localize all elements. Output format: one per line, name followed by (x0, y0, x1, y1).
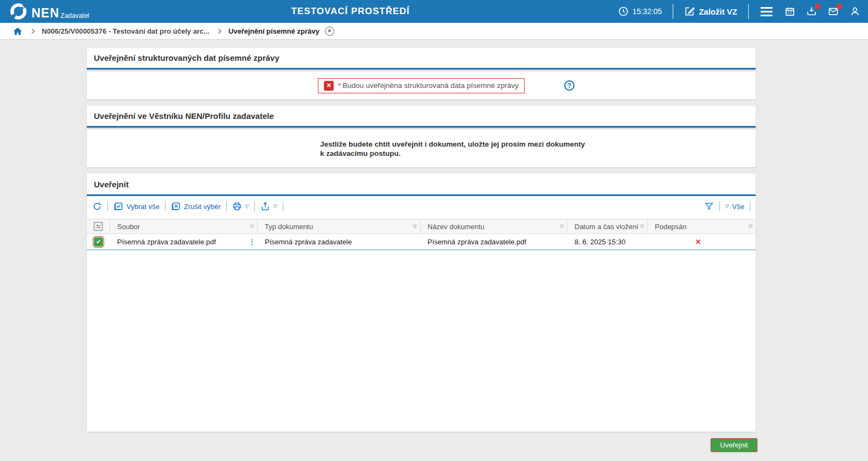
clear-selection-button[interactable]: Zrušit výběr (171, 201, 221, 211)
menu-button[interactable] (760, 6, 774, 17)
column-settings-cell[interactable] (87, 219, 110, 233)
chevron-right-icon (216, 28, 222, 34)
downloads-button[interactable] (806, 6, 817, 17)
row-checkbox-checked[interactable]: ✔ (94, 237, 103, 247)
structured-data-checkbox-group[interactable]: ✕ *Budou uveřejněna strukturovaná data p… (318, 78, 524, 93)
column-filter-icon[interactable]: ▽ (250, 224, 254, 229)
checkbox-check-icon (113, 201, 123, 211)
toolbar-divider (750, 201, 750, 211)
table-header-row: Soubor ▽ Typ dokumentu ▽ Název dokumentu… (87, 219, 756, 234)
file-name[interactable]: Písemná zpráva zadavatele.pdf (117, 238, 216, 246)
publish-button[interactable]: Uveřejnit (711, 438, 757, 452)
filter-funnel-icon[interactable] (704, 201, 714, 211)
document-type: Písemná zpráva zadavatele (265, 238, 352, 246)
breadcrumb: N006/25/V00005376 - Testování dat pro úč… (0, 23, 868, 40)
section-structured-data-header: Uveřejnění strukturovaných dat písemné z… (87, 48, 756, 70)
column-label: Název dokumentu (427, 223, 484, 231)
not-signed-cross-icon: ✕ (648, 238, 749, 246)
nen-swirl-icon (9, 2, 28, 21)
dropdown-arrow-icon[interactable]: ▽ (273, 204, 277, 209)
calendar-icon[interactable] (784, 6, 795, 17)
dropdown-arrow-icon[interactable]: ▽ (245, 204, 249, 209)
toolbar-divider (254, 201, 255, 211)
row-cell-podepsan: ✕ (648, 234, 756, 249)
vestnik-note: Jestliže budete chtít uveřejnit i dokume… (320, 140, 585, 158)
edit-icon (684, 6, 695, 17)
notification-badge (837, 4, 842, 9)
create-vz-label: Založit VZ (699, 7, 737, 16)
clear-selection-label: Zrušit výběr (184, 203, 221, 211)
brand-name: NEN (31, 5, 60, 21)
toolbar-divider (165, 201, 165, 211)
toolbar-divider (283, 201, 283, 211)
section-structured-data-body: ✕ *Budou uveřejněna strukturovaná data p… (87, 72, 756, 99)
section-vestnik-body: Jestliže budete chtít uveřejnit i dokume… (87, 130, 756, 167)
row-cell-typ: Písemná zpráva zadavatele (258, 234, 420, 249)
vestnik-note-line2: k zadávacímu postupu. (320, 149, 585, 158)
column-filter-icon[interactable]: ▽ (640, 224, 644, 229)
column-header-typ-dokumentu[interactable]: Typ dokumentu ▽ (258, 219, 420, 233)
chevron-right-icon (30, 28, 35, 34)
environment-title: TESTOVACÍ PROSTŘEDÍ (242, 0, 459, 23)
documents-table: Soubor ▽ Typ dokumentu ▽ Název dokumentu… (87, 219, 756, 250)
clock-time: 15:32:05 (633, 7, 662, 16)
export-icon (260, 201, 270, 211)
column-label: Datum a čas vložení (575, 223, 639, 231)
header-actions: 15:32:05 Založit VZ (618, 0, 860, 23)
toolbar-right: ▽ Vše (704, 201, 750, 211)
filter-scope-dropdown[interactable]: ▽ Vše (725, 203, 744, 211)
print-button[interactable]: ▽ (232, 201, 249, 211)
nen-logo[interactable]: NEN Zadavatel (9, 2, 89, 21)
table-row[interactable]: ✔ Písemná zpráva zadavatele.pdf ⋮ Písemn… (87, 234, 756, 250)
column-filter-icon[interactable]: ▽ (749, 224, 752, 229)
column-header-soubor[interactable]: Soubor ▽ (110, 219, 258, 233)
section-publish-body: Vybrat vše Zrušit výběr ▽ (87, 196, 756, 432)
breadcrumb-item-procedure[interactable]: N006/25/V00005376 - Testování dat pro úč… (42, 27, 209, 35)
row-menu-dots-icon[interactable]: ⋮ (248, 238, 256, 246)
row-cell-datum: 8. 6. 2025 15:30 (567, 234, 648, 249)
session-clock: 15:32:05 (618, 6, 662, 17)
column-header-datum[interactable]: Datum a čas vložení ▽ (567, 219, 648, 233)
column-label: Podepsán (655, 223, 687, 231)
toolbar-divider (719, 201, 720, 211)
vestnik-note-line1: Jestliže budete chtít uveřejnit i dokume… (320, 140, 585, 149)
column-filter-icon[interactable]: ▽ (413, 224, 417, 229)
refresh-icon[interactable] (92, 201, 102, 211)
header-divider (673, 4, 673, 19)
section-title: Uveřejnění strukturovaných dat písemné z… (87, 48, 756, 68)
column-header-podepsan[interactable]: Podepsán ▽ (648, 219, 756, 233)
home-icon[interactable] (12, 26, 23, 36)
filter-scope-label: Vše (732, 203, 744, 211)
toolbar-divider (226, 201, 227, 211)
section-title: Uveřejnit (87, 174, 756, 194)
checkbox-label-text: Budou uveřejněna strukturovaná data píse… (343, 81, 519, 90)
select-all-button[interactable]: Vybrat vše (113, 201, 159, 211)
brand-sub: Zadavatel (61, 12, 90, 20)
row-checkbox-cell: ✔ (87, 234, 110, 249)
column-settings-icon (92, 221, 104, 232)
header-divider (748, 4, 749, 19)
toolbar-divider (107, 201, 108, 211)
export-button[interactable]: ▽ (260, 201, 277, 211)
toolbar-left: Vybrat vše Zrušit výběr ▽ (92, 201, 283, 211)
create-vz-button[interactable]: Založit VZ (684, 6, 737, 17)
section-publish-header: Uveřejnit (87, 174, 756, 196)
dropdown-arrow-icon: ▽ (725, 204, 729, 209)
checkbox-x-icon (171, 201, 181, 211)
checkbox-unchecked-error-icon[interactable]: ✕ (324, 81, 334, 91)
column-header-nazev-dokumentu[interactable]: Název dokumentu ▽ (420, 219, 567, 233)
close-breadcrumb-icon[interactable]: ✕ (325, 27, 334, 36)
row-cell-soubor: Písemná zpráva zadavatele.pdf ⋮ (110, 234, 258, 249)
user-profile-icon[interactable] (850, 6, 860, 17)
document-name: Písemná zpráva zadavatele.pdf (427, 238, 526, 246)
help-icon[interactable]: ? (564, 80, 575, 91)
required-asterisk: * (338, 81, 341, 90)
row-cell-nazev: Písemná zpráva zadavatele.pdf (420, 234, 567, 249)
checkbox-label: *Budou uveřejněna strukturovaná data pís… (338, 81, 518, 90)
breadcrumb-item-current[interactable]: Uveřejnění písemné zprávy (228, 27, 320, 35)
section-title: Uveřejnění ve Věstníku NEN/Profilu zadav… (87, 106, 756, 126)
column-filter-icon[interactable]: ▽ (560, 224, 564, 229)
messages-button[interactable] (828, 6, 839, 17)
printer-icon (232, 201, 242, 211)
column-label: Soubor (117, 223, 140, 231)
